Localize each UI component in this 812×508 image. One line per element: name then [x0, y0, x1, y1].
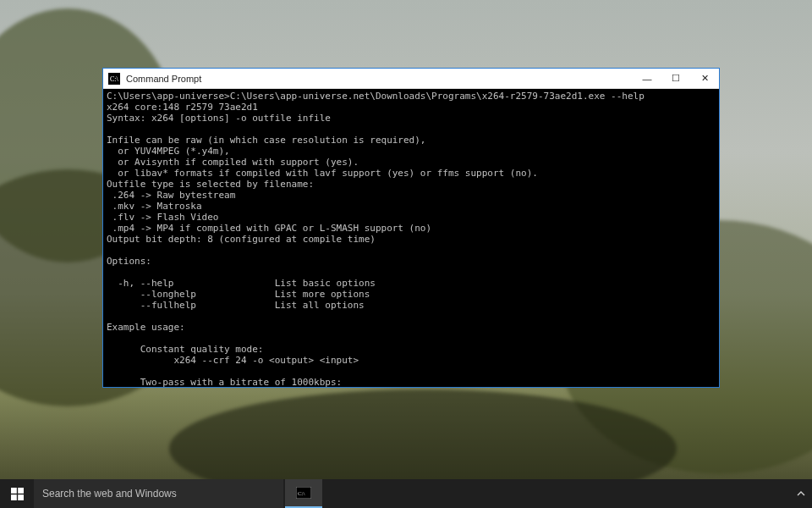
command-prompt-window: C:\ Command Prompt — ☐ ✕ C:\Users\app-un… — [102, 68, 720, 388]
taskbar-item-cmd[interactable]: C:\ — [285, 479, 322, 508]
close-button[interactable]: ✕ — [690, 69, 719, 88]
svg-rect-4 — [11, 494, 17, 500]
start-button[interactable] — [0, 479, 34, 508]
titlebar[interactable]: C:\ Command Prompt — ☐ ✕ — [103, 69, 719, 89]
windows-icon — [11, 488, 24, 500]
console-output[interactable]: C:\Users\app-universe>C:\Users\app-unive… — [103, 89, 719, 387]
search-placeholder: Search the web and Windows — [42, 488, 177, 500]
svg-rect-2 — [11, 488, 17, 494]
app-icon: C:\ — [107, 71, 122, 86]
tray-up-button[interactable] — [790, 479, 812, 508]
svg-rect-5 — [18, 494, 24, 500]
cmd-taskbar-icon: C:\ — [296, 487, 311, 499]
window-title: Command Prompt — [126, 74, 633, 84]
maximize-button[interactable]: ☐ — [661, 69, 690, 88]
search-box[interactable]: Search the web and Windows — [34, 479, 283, 508]
chevron-up-icon — [797, 489, 805, 498]
svg-text:C:\: C:\ — [110, 75, 119, 83]
taskbar: Search the web and Windows C:\ — [0, 479, 812, 508]
minimize-button[interactable]: — — [633, 69, 661, 88]
window-controls: — ☐ ✕ — [633, 69, 719, 88]
svg-text:C:\: C:\ — [298, 490, 305, 497]
svg-rect-3 — [18, 488, 24, 494]
